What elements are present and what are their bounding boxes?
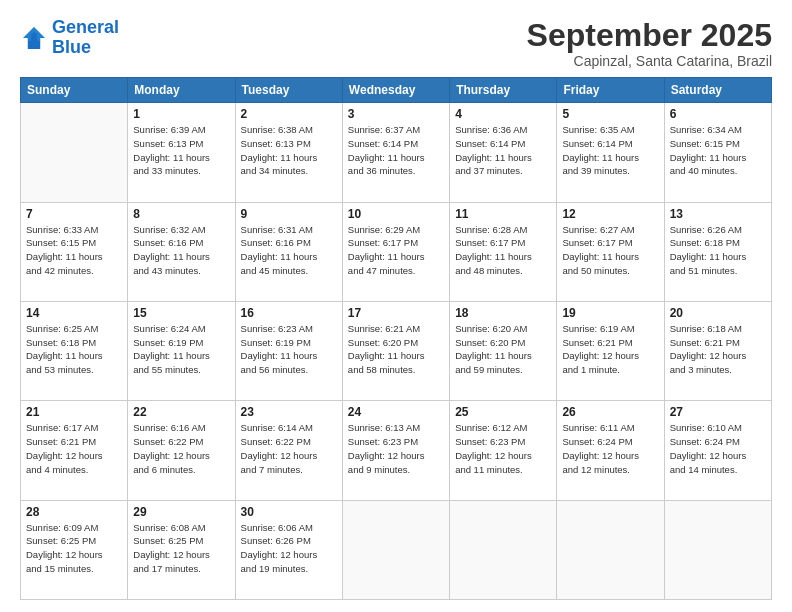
calendar-cell: 25Sunrise: 6:12 AMSunset: 6:23 PMDayligh…: [450, 401, 557, 500]
day-info: Sunrise: 6:26 AMSunset: 6:18 PMDaylight:…: [670, 223, 766, 278]
day-info: Sunrise: 6:29 AMSunset: 6:17 PMDaylight:…: [348, 223, 444, 278]
logo: General Blue: [20, 18, 119, 58]
calendar-cell: 1Sunrise: 6:39 AMSunset: 6:13 PMDaylight…: [128, 103, 235, 202]
day-info: Sunrise: 6:20 AMSunset: 6:20 PMDaylight:…: [455, 322, 551, 377]
weekday-header-saturday: Saturday: [664, 78, 771, 103]
day-info: Sunrise: 6:14 AMSunset: 6:22 PMDaylight:…: [241, 421, 337, 476]
day-info: Sunrise: 6:34 AMSunset: 6:15 PMDaylight:…: [670, 123, 766, 178]
calendar-week-row: 1Sunrise: 6:39 AMSunset: 6:13 PMDaylight…: [21, 103, 772, 202]
calendar-cell: 24Sunrise: 6:13 AMSunset: 6:23 PMDayligh…: [342, 401, 449, 500]
day-info: Sunrise: 6:11 AMSunset: 6:24 PMDaylight:…: [562, 421, 658, 476]
day-info: Sunrise: 6:09 AMSunset: 6:25 PMDaylight:…: [26, 521, 122, 576]
day-number: 7: [26, 207, 122, 221]
calendar-week-row: 21Sunrise: 6:17 AMSunset: 6:21 PMDayligh…: [21, 401, 772, 500]
day-number: 14: [26, 306, 122, 320]
day-number: 2: [241, 107, 337, 121]
calendar-cell: [21, 103, 128, 202]
location: Capinzal, Santa Catarina, Brazil: [527, 53, 772, 69]
logo-blue: Blue: [52, 37, 91, 57]
day-number: 15: [133, 306, 229, 320]
calendar-cell: 30Sunrise: 6:06 AMSunset: 6:26 PMDayligh…: [235, 500, 342, 599]
day-number: 11: [455, 207, 551, 221]
day-info: Sunrise: 6:19 AMSunset: 6:21 PMDaylight:…: [562, 322, 658, 377]
month-title: September 2025: [527, 18, 772, 53]
calendar-week-row: 7Sunrise: 6:33 AMSunset: 6:15 PMDaylight…: [21, 202, 772, 301]
calendar-cell: 10Sunrise: 6:29 AMSunset: 6:17 PMDayligh…: [342, 202, 449, 301]
calendar-week-row: 28Sunrise: 6:09 AMSunset: 6:25 PMDayligh…: [21, 500, 772, 599]
day-number: 27: [670, 405, 766, 419]
calendar-week-row: 14Sunrise: 6:25 AMSunset: 6:18 PMDayligh…: [21, 301, 772, 400]
calendar-cell: [557, 500, 664, 599]
calendar-cell: 6Sunrise: 6:34 AMSunset: 6:15 PMDaylight…: [664, 103, 771, 202]
logo-icon: [20, 24, 48, 52]
day-info: Sunrise: 6:13 AMSunset: 6:23 PMDaylight:…: [348, 421, 444, 476]
weekday-header-row: SundayMondayTuesdayWednesdayThursdayFrid…: [21, 78, 772, 103]
day-number: 1: [133, 107, 229, 121]
day-info: Sunrise: 6:31 AMSunset: 6:16 PMDaylight:…: [241, 223, 337, 278]
day-info: Sunrise: 6:25 AMSunset: 6:18 PMDaylight:…: [26, 322, 122, 377]
day-number: 20: [670, 306, 766, 320]
calendar-cell: 8Sunrise: 6:32 AMSunset: 6:16 PMDaylight…: [128, 202, 235, 301]
day-number: 30: [241, 505, 337, 519]
day-number: 13: [670, 207, 766, 221]
header: General Blue September 2025 Capinzal, Sa…: [20, 18, 772, 69]
day-number: 3: [348, 107, 444, 121]
day-info: Sunrise: 6:21 AMSunset: 6:20 PMDaylight:…: [348, 322, 444, 377]
weekday-header-wednesday: Wednesday: [342, 78, 449, 103]
logo-general: General: [52, 17, 119, 37]
calendar-cell: 5Sunrise: 6:35 AMSunset: 6:14 PMDaylight…: [557, 103, 664, 202]
weekday-header-sunday: Sunday: [21, 78, 128, 103]
day-number: 19: [562, 306, 658, 320]
day-number: 4: [455, 107, 551, 121]
calendar-cell: 11Sunrise: 6:28 AMSunset: 6:17 PMDayligh…: [450, 202, 557, 301]
weekday-header-tuesday: Tuesday: [235, 78, 342, 103]
calendar-cell: 21Sunrise: 6:17 AMSunset: 6:21 PMDayligh…: [21, 401, 128, 500]
day-number: 23: [241, 405, 337, 419]
day-number: 12: [562, 207, 658, 221]
calendar-cell: 14Sunrise: 6:25 AMSunset: 6:18 PMDayligh…: [21, 301, 128, 400]
calendar-cell: 18Sunrise: 6:20 AMSunset: 6:20 PMDayligh…: [450, 301, 557, 400]
calendar-cell: 26Sunrise: 6:11 AMSunset: 6:24 PMDayligh…: [557, 401, 664, 500]
calendar-cell: 7Sunrise: 6:33 AMSunset: 6:15 PMDaylight…: [21, 202, 128, 301]
day-info: Sunrise: 6:08 AMSunset: 6:25 PMDaylight:…: [133, 521, 229, 576]
calendar-table: SundayMondayTuesdayWednesdayThursdayFrid…: [20, 77, 772, 600]
calendar-cell: 17Sunrise: 6:21 AMSunset: 6:20 PMDayligh…: [342, 301, 449, 400]
day-info: Sunrise: 6:33 AMSunset: 6:15 PMDaylight:…: [26, 223, 122, 278]
page: General Blue September 2025 Capinzal, Sa…: [0, 0, 792, 612]
day-number: 8: [133, 207, 229, 221]
day-info: Sunrise: 6:24 AMSunset: 6:19 PMDaylight:…: [133, 322, 229, 377]
day-number: 5: [562, 107, 658, 121]
day-number: 26: [562, 405, 658, 419]
day-info: Sunrise: 6:16 AMSunset: 6:22 PMDaylight:…: [133, 421, 229, 476]
day-info: Sunrise: 6:28 AMSunset: 6:17 PMDaylight:…: [455, 223, 551, 278]
calendar-cell: 13Sunrise: 6:26 AMSunset: 6:18 PMDayligh…: [664, 202, 771, 301]
day-info: Sunrise: 6:17 AMSunset: 6:21 PMDaylight:…: [26, 421, 122, 476]
calendar-cell: 2Sunrise: 6:38 AMSunset: 6:13 PMDaylight…: [235, 103, 342, 202]
day-info: Sunrise: 6:39 AMSunset: 6:13 PMDaylight:…: [133, 123, 229, 178]
day-info: Sunrise: 6:32 AMSunset: 6:16 PMDaylight:…: [133, 223, 229, 278]
day-number: 16: [241, 306, 337, 320]
day-number: 22: [133, 405, 229, 419]
calendar-cell: 23Sunrise: 6:14 AMSunset: 6:22 PMDayligh…: [235, 401, 342, 500]
calendar-cell: 15Sunrise: 6:24 AMSunset: 6:19 PMDayligh…: [128, 301, 235, 400]
calendar-cell: 29Sunrise: 6:08 AMSunset: 6:25 PMDayligh…: [128, 500, 235, 599]
day-info: Sunrise: 6:37 AMSunset: 6:14 PMDaylight:…: [348, 123, 444, 178]
calendar-cell: [450, 500, 557, 599]
day-info: Sunrise: 6:10 AMSunset: 6:24 PMDaylight:…: [670, 421, 766, 476]
day-number: 24: [348, 405, 444, 419]
day-number: 9: [241, 207, 337, 221]
day-number: 10: [348, 207, 444, 221]
calendar-cell: 4Sunrise: 6:36 AMSunset: 6:14 PMDaylight…: [450, 103, 557, 202]
day-number: 17: [348, 306, 444, 320]
day-info: Sunrise: 6:23 AMSunset: 6:19 PMDaylight:…: [241, 322, 337, 377]
day-info: Sunrise: 6:38 AMSunset: 6:13 PMDaylight:…: [241, 123, 337, 178]
calendar-cell: [342, 500, 449, 599]
day-number: 6: [670, 107, 766, 121]
calendar-cell: 19Sunrise: 6:19 AMSunset: 6:21 PMDayligh…: [557, 301, 664, 400]
weekday-header-thursday: Thursday: [450, 78, 557, 103]
day-number: 28: [26, 505, 122, 519]
day-info: Sunrise: 6:35 AMSunset: 6:14 PMDaylight:…: [562, 123, 658, 178]
day-info: Sunrise: 6:18 AMSunset: 6:21 PMDaylight:…: [670, 322, 766, 377]
day-number: 25: [455, 405, 551, 419]
day-number: 21: [26, 405, 122, 419]
